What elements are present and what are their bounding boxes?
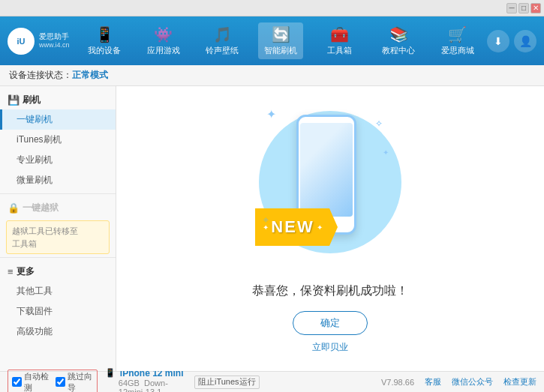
sparkle-1: ✦ <box>266 107 276 121</box>
logo-area: iU 爱思助手 www.i4.cn <box>8 28 75 55</box>
bottom-left: 自动检测 跳过向导 📱 iPhone 12 mini 64GB Down-12m… <box>8 368 194 393</box>
sidebar-item-advanced[interactable]: 高级功能 <box>0 322 116 342</box>
sidebar-more-header: ≡ 更多 <box>0 261 116 281</box>
new-banner: ✦ NEW ✦ <box>255 208 338 250</box>
user-btn[interactable]: 👤 <box>514 30 536 52</box>
sidebar-divider-1 <box>0 193 116 194</box>
close-btn[interactable]: ✕ <box>530 3 541 13</box>
bottom-right: V7.98.66 客服 微信公众号 检查更新 <box>381 376 536 388</box>
phone-illustration: ✦ ✧ ✦ ✧ ✦ NEW ✦ <box>255 103 405 268</box>
smart-flash-icon: 🔄 <box>272 25 290 43</box>
download-btn[interactable]: ⬇ <box>487 30 509 52</box>
store-icon: 🛒 <box>448 25 467 43</box>
minimize-btn[interactable]: ─ <box>506 3 517 13</box>
phone-small-icon: 📱 <box>105 368 116 378</box>
skip-wizard-checkbox[interactable] <box>56 377 65 387</box>
again-link[interactable]: 立即贝业 <box>312 341 348 354</box>
sidebar-flash-header: 💾 刷机 <box>0 89 116 109</box>
sidebar-item-download-firmware[interactable]: 下载固件 <box>0 301 116 322</box>
sidebar-divider-2 <box>0 257 116 258</box>
device-sub-info: 64GB Down-12mini-13,1 <box>105 379 194 393</box>
nav-toolbox[interactable]: 🧰 工具箱 <box>317 22 362 59</box>
skip-wizard-checkbox-wrap[interactable]: 跳过向导 <box>56 371 93 393</box>
sidebar-item-other-tools[interactable]: 其他工具 <box>0 281 116 301</box>
nav-tutorials[interactable]: 📚 教程中心 <box>376 22 421 59</box>
title-bar: ─ □ ✕ <box>0 0 544 16</box>
auto-connect-checkbox[interactable] <box>12 377 22 387</box>
maximize-btn[interactable]: □ <box>518 3 529 13</box>
sidebar-item-one-click-flash[interactable]: 一键刷机 <box>0 109 116 130</box>
bottom-bar: 自动检测 跳过向导 📱 iPhone 12 mini 64GB Down-12m… <box>0 371 544 392</box>
sidebar-item-pro-flash[interactable]: 专业刷机 <box>0 150 116 170</box>
header: iU 爱思助手 www.i4.cn 📱 我的设备 👾 应用游戏 🎵 铃声壁纸 🔄… <box>0 16 544 65</box>
nav-store[interactable]: 🛒 爱思商城 <box>435 22 480 59</box>
sidebar-jailbreak-header: 🔒 一键越狱 <box>0 197 116 217</box>
success-message: 恭喜您，保资料刷机成功啦！ <box>252 283 408 299</box>
nav-ringtone[interactable]: 🎵 铃声壁纸 <box>200 22 245 59</box>
confirm-button[interactable]: 确定 <box>293 311 368 335</box>
logo-icon: iU <box>8 28 35 55</box>
sparkle-3: ✦ <box>383 148 389 157</box>
auto-connect-checkbox-wrap[interactable]: 自动检测 <box>12 371 50 393</box>
nav-apps-games[interactable]: 👾 应用游戏 <box>141 22 186 59</box>
jailbreak-section-icon: 🔒 <box>8 202 20 214</box>
sparkle-2: ✧ <box>375 118 383 129</box>
nav-my-device[interactable]: 📱 我的设备 <box>82 22 127 59</box>
apps-games-icon: 👾 <box>154 25 173 43</box>
ringtone-icon: 🎵 <box>213 25 232 43</box>
sidebar-item-no-data-flash[interactable]: 微量刷机 <box>0 170 116 190</box>
tutorials-icon: 📚 <box>389 25 408 43</box>
header-right: ⬇ 👤 <box>487 30 536 52</box>
nav-smart-flash[interactable]: 🔄 智能刷机 <box>258 22 303 59</box>
toolbox-icon: 🧰 <box>330 25 349 43</box>
phone-screen <box>300 123 353 217</box>
status-bar: 设备连接状态： 正常模式 <box>0 65 544 86</box>
banner-ribbon: ✦ NEW ✦ <box>255 208 338 246</box>
more-section-icon: ≡ <box>8 266 14 277</box>
nav-items: 📱 我的设备 👾 应用游戏 🎵 铃声壁纸 🔄 智能刷机 🧰 工具箱 📚 教程中心… <box>75 22 487 59</box>
logo-text: 爱思助手 www.i4.cn <box>39 31 70 50</box>
flash-section-icon: 💾 <box>8 94 20 106</box>
my-device-icon: 📱 <box>95 25 114 43</box>
stop-itunes-section: 阻止iTunes运行 <box>194 376 381 389</box>
sidebar-item-itunes-flash[interactable]: iTunes刷机 <box>0 130 116 150</box>
sparkle-4: ✧ <box>263 216 269 224</box>
device-info-section: 📱 iPhone 12 mini 64GB Down-12mini-13,1 <box>105 368 194 393</box>
sidebar: 💾 刷机 一键刷机 iTunes刷机 专业刷机 微量刷机 🔒 一键越狱 越狱工具… <box>0 86 116 371</box>
checkbox-group: 自动检测 跳过向导 <box>8 370 98 393</box>
stop-itunes-button[interactable]: 阻止iTunes运行 <box>194 376 260 389</box>
main-area: 💾 刷机 一键刷机 iTunes刷机 专业刷机 微量刷机 🔒 一键越狱 越狱工具… <box>0 86 544 371</box>
jailbreak-notice: 越狱工具已转移至工具箱 <box>6 220 110 254</box>
new-text: NEW <box>271 217 314 237</box>
content-area: ✦ ✧ ✦ ✧ ✦ NEW ✦ 恭喜您，保资料刷机成功啦！ <box>116 86 544 371</box>
